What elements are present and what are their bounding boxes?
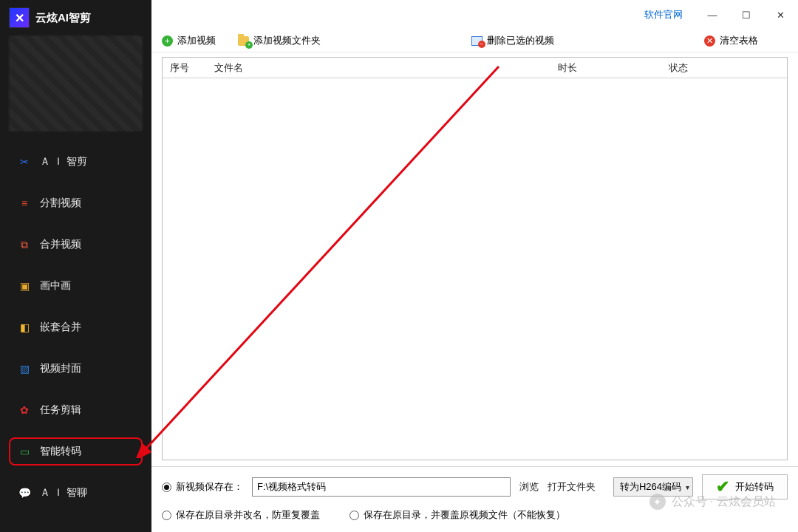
clear-table-button[interactable]: ✕ 清空表格 <box>704 34 758 47</box>
task-icon: ✿ <box>18 403 31 417</box>
sidebar-item-label: Ａ Ｉ 智聊 <box>40 486 87 499</box>
sidebar-item-label: 智能转码 <box>40 445 81 458</box>
radio-dot-icon <box>349 511 359 520</box>
button-label: 开始转码 <box>735 480 774 494</box>
sidebar-item-transcode[interactable]: ▭智能转码 <box>13 442 138 461</box>
video-table: 序号 文件名 时长 状态 <box>162 57 788 460</box>
open-folder-button[interactable]: 打开文件夹 <box>548 480 596 494</box>
browse-button[interactable]: 浏览 <box>519 480 539 494</box>
window-minus-icon: − <box>471 36 482 46</box>
toolbar-label: 添加视频文件夹 <box>253 34 321 47</box>
wand-icon: ✂ <box>18 155 31 168</box>
main-panel: 软件官网 — ☐ ✕ + 添加视频 + 添加视频文件夹 − 删除已选的视频 ✕ <box>151 0 798 532</box>
table-header-index[interactable]: 序号 <box>163 61 207 75</box>
sidebar: ✕ 云炫AI智剪 ✂Ａ Ｉ 智剪 ≡分割视频 ⧉合并视频 ▣画中画 ◧嵌套合并 … <box>0 0 151 532</box>
sidebar-item-label: 视频封面 <box>40 362 81 375</box>
chevron-down-icon: ▾ <box>686 483 689 491</box>
sidebar-item-label: 任务剪辑 <box>40 403 81 417</box>
app-title: 云炫AI智剪 <box>35 11 91 25</box>
sidebar-item-cover[interactable]: ▧视频封面 <box>13 359 138 378</box>
codec-select[interactable]: 转为H264编码 ▾ <box>613 477 693 497</box>
table-header-status[interactable]: 状态 <box>661 61 787 75</box>
clear-icon: ✕ <box>704 35 715 47</box>
folder-plus-icon: + <box>238 36 249 46</box>
toolbar-label: 添加视频 <box>177 34 216 47</box>
chat-icon: 💬 <box>18 486 31 499</box>
save-to-path-radio[interactable]: 新视频保存在： <box>162 480 243 494</box>
sidebar-item-task[interactable]: ✿任务剪辑 <box>13 400 138 420</box>
pip-icon: ▣ <box>18 279 31 293</box>
add-video-button[interactable]: + 添加视频 <box>162 34 216 47</box>
window-close-button[interactable]: ✕ <box>770 4 791 25</box>
sidebar-item-ai-clip[interactable]: ✂Ａ Ｉ 智剪 <box>13 152 138 171</box>
nest-icon: ◧ <box>18 321 31 334</box>
sidebar-item-ai-chat[interactable]: 💬Ａ Ｉ 智聊 <box>13 483 138 502</box>
save-path-input[interactable] <box>252 477 511 497</box>
toolbar: + 添加视频 + 添加视频文件夹 − 删除已选的视频 ✕ 清空表格 <box>151 30 798 52</box>
footer-panel: 新视频保存在： 浏览 打开文件夹 转为H264编码 ▾ ✔ 开始转码 保存 <box>151 466 798 532</box>
plus-icon: + <box>162 35 173 47</box>
check-icon: ✔ <box>716 477 729 497</box>
merge-icon: ⧉ <box>18 238 31 251</box>
sidebar-userinfo-blurred <box>9 35 143 132</box>
split-icon: ≡ <box>18 197 31 210</box>
select-value: 转为H264编码 <box>620 480 681 494</box>
radio-label: 保存在原目录，并覆盖原视频文件（不能恢复） <box>364 508 565 522</box>
delete-selected-button[interactable]: − 删除已选的视频 <box>471 34 554 47</box>
add-folder-button[interactable]: + 添加视频文件夹 <box>238 34 321 47</box>
window-minimize-button[interactable]: — <box>702 4 723 25</box>
radio-dot-icon <box>162 511 171 520</box>
sidebar-item-label: 合并视频 <box>40 238 81 251</box>
radio-label: 新视频保存在： <box>176 480 243 494</box>
save-overwrite-radio[interactable]: 保存在原目录，并覆盖原视频文件（不能恢复） <box>349 508 565 522</box>
transcode-icon: ▭ <box>18 445 31 458</box>
sidebar-item-label: Ａ Ｉ 智剪 <box>40 155 87 168</box>
radio-dot-icon <box>162 482 171 492</box>
start-transcode-button[interactable]: ✔ 开始转码 <box>702 474 788 499</box>
window-titlebar: 软件官网 — ☐ ✕ <box>151 0 798 30</box>
table-header-filename[interactable]: 文件名 <box>207 61 550 75</box>
sidebar-item-label: 画中画 <box>40 279 71 293</box>
sidebar-item-label: 嵌套合并 <box>40 321 81 334</box>
app-logo-icon: ✕ <box>9 7 30 28</box>
window-maximize-button[interactable]: ☐ <box>736 4 757 25</box>
sidebar-item-split[interactable]: ≡分割视频 <box>13 194 138 213</box>
save-rename-radio[interactable]: 保存在原目录并改名，防重复覆盖 <box>162 508 320 522</box>
toolbar-label: 清空表格 <box>720 34 758 47</box>
sidebar-item-label: 分割视频 <box>40 197 81 210</box>
sidebar-item-nest[interactable]: ◧嵌套合并 <box>13 318 138 337</box>
sidebar-item-merge[interactable]: ⧉合并视频 <box>13 235 138 254</box>
sidebar-item-pip[interactable]: ▣画中画 <box>13 276 138 296</box>
toolbar-label: 删除已选的视频 <box>487 34 554 47</box>
table-body-empty[interactable] <box>163 78 787 460</box>
cover-icon: ▧ <box>18 362 31 375</box>
sidebar-nav: ✂Ａ Ｉ 智剪 ≡分割视频 ⧉合并视频 ▣画中画 ◧嵌套合并 ▧视频封面 ✿任务… <box>0 152 151 502</box>
official-site-link[interactable]: 软件官网 <box>644 8 683 21</box>
table-header-row: 序号 文件名 时长 状态 <box>163 58 787 78</box>
app-header: ✕ 云炫AI智剪 <box>0 0 151 35</box>
table-header-duration[interactable]: 时长 <box>550 61 661 75</box>
radio-label: 保存在原目录并改名，防重复覆盖 <box>176 508 320 522</box>
